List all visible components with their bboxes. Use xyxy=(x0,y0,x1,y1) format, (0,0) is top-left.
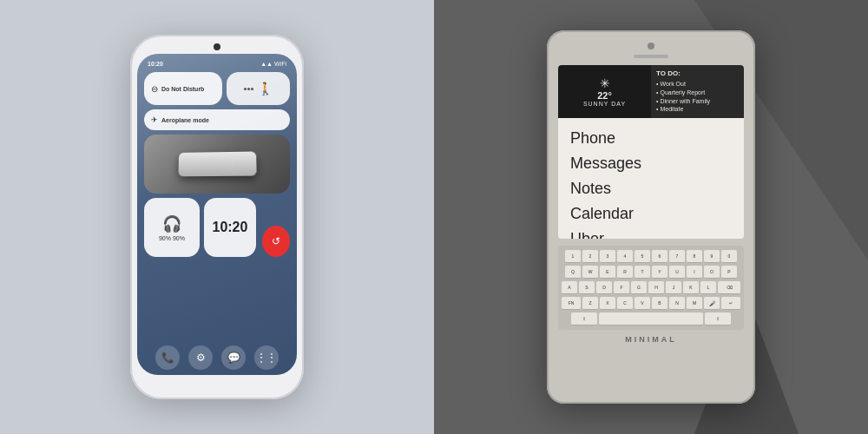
earbuds-icon: 🎧 xyxy=(162,214,181,233)
key-7[interactable]: 7 xyxy=(669,250,685,263)
key-b[interactable]: B xyxy=(652,297,667,310)
airplane-icon: ✈ xyxy=(151,115,158,124)
chrome-dock-icon[interactable]: ⚙ xyxy=(188,345,213,370)
todo-item-4: • Meditate xyxy=(656,105,739,114)
key-e[interactable]: E xyxy=(600,266,615,279)
kbd-row-zxcv: FN Z X C V B N M 🎤 ↵ xyxy=(562,297,740,310)
dnd-icon: ⊖ xyxy=(151,84,158,94)
product-image xyxy=(178,151,256,176)
fab-icon: ↺ xyxy=(272,235,280,247)
key-d[interactable]: D xyxy=(596,281,612,294)
dnd-label: Do Not Disturb xyxy=(161,86,204,92)
key-space[interactable] xyxy=(599,312,703,326)
gesture-widget[interactable]: 🚶 xyxy=(227,72,291,105)
menu-item-notes[interactable]: Notes xyxy=(570,177,732,201)
key-j[interactable]: J xyxy=(666,281,681,294)
key-x[interactable]: X xyxy=(600,297,615,310)
weather-temp: 22° xyxy=(597,90,612,101)
phone-screen: 10:20 ▲▲ WiFi ⊖ Do Not Disturb xyxy=(137,54,297,375)
right-panel: ✳ 22° SUNNY DAY TO DO: • Work Out • Quar… xyxy=(434,0,868,434)
key-backspace[interactable]: ⌫ xyxy=(718,281,740,294)
airplane-label: Aeroplane mode xyxy=(161,117,209,123)
key-c[interactable]: C xyxy=(617,297,633,310)
eink-menu: Phone Messages Notes Calendar Uber xyxy=(558,118,744,239)
key-u[interactable]: U xyxy=(669,266,685,279)
key-r[interactable]: R xyxy=(617,266,633,279)
widget-row-2: ✈ Aeroplane mode xyxy=(144,109,290,130)
key-shift-right[interactable]: ⇧ xyxy=(705,312,731,326)
eink-camera xyxy=(648,43,654,49)
apps-dock-icon[interactable]: ⋮⋮ xyxy=(254,345,279,370)
weather-icon: ✳ xyxy=(600,76,610,90)
key-8[interactable]: 8 xyxy=(687,250,702,263)
dnd-widget[interactable]: ⊖ Do Not Disturb xyxy=(144,72,222,105)
todo-item-3: • Dinner with Family xyxy=(656,97,739,106)
key-s[interactable]: S xyxy=(579,281,595,294)
key-m[interactable]: M xyxy=(687,297,702,310)
key-5[interactable]: 5 xyxy=(635,250,650,263)
earbuds-battery: 90% 90% xyxy=(159,235,185,241)
kbd-row-numbers: 1 2 3 4 5 6 7 8 9 0 xyxy=(562,250,740,263)
menu-item-messages[interactable]: Messages xyxy=(570,152,732,175)
key-i[interactable]: I xyxy=(687,266,702,279)
key-6[interactable]: 6 xyxy=(652,250,667,263)
weather-widget: ✳ 22° SUNNY DAY xyxy=(558,65,651,118)
key-2[interactable]: 2 xyxy=(582,250,598,263)
left-panel: 10:20 ▲▲ WiFi ⊖ Do Not Disturb xyxy=(0,0,434,434)
status-icons: ▲▲ WiFi xyxy=(260,61,286,67)
fab-button[interactable]: ↺ xyxy=(262,226,290,257)
menu-item-calendar[interactable]: Calendar xyxy=(570,202,732,226)
key-p[interactable]: P xyxy=(721,266,737,279)
chat-dock-icon[interactable]: 💬 xyxy=(221,345,246,370)
photo-widget xyxy=(144,135,290,194)
key-g[interactable]: G xyxy=(631,281,647,294)
eink-top-widgets: ✳ 22° SUNNY DAY TO DO: • Work Out • Quar… xyxy=(558,65,744,118)
status-bar: 10:20 ▲▲ WiFi xyxy=(142,59,292,69)
key-3[interactable]: 3 xyxy=(600,250,615,263)
key-q[interactable]: Q xyxy=(565,266,581,279)
key-v[interactable]: V xyxy=(635,297,650,310)
airplane-widget[interactable]: ✈ Aeroplane mode xyxy=(144,109,290,130)
key-0[interactable]: 0 xyxy=(721,250,737,263)
kbd-row-space: ⇧ ⇧ xyxy=(562,312,740,326)
key-z[interactable]: Z xyxy=(582,297,598,310)
eink-phone: ✳ 22° SUNNY DAY TO DO: • Work Out • Quar… xyxy=(547,30,755,404)
widgets-area: ⊖ Do Not Disturb 🚶 xyxy=(142,69,292,340)
earbuds-widget[interactable]: 🎧 90% 90% xyxy=(144,198,200,257)
menu-item-uber[interactable]: Uber xyxy=(570,227,732,239)
key-l[interactable]: L xyxy=(700,281,716,294)
key-y[interactable]: Y xyxy=(652,266,667,279)
key-4[interactable]: 4 xyxy=(617,250,633,263)
key-n[interactable]: N xyxy=(669,297,685,310)
key-9[interactable]: 9 xyxy=(704,250,720,263)
clock-widget: 10:20 xyxy=(204,198,256,257)
todo-item-1: • Work Out xyxy=(656,80,739,89)
android-phone: 10:20 ▲▲ WiFi ⊖ Do Not Disturb xyxy=(130,35,304,399)
key-t[interactable]: T xyxy=(635,266,650,279)
menu-item-phone[interactable]: Phone xyxy=(570,127,732,150)
phone-dock-icon[interactable]: 📞 xyxy=(155,345,180,370)
key-k[interactable]: K xyxy=(683,281,699,294)
wifi-icon: WiFi xyxy=(274,61,286,67)
key-mic[interactable]: 🎤 xyxy=(704,297,720,310)
signal-icon: ▲▲ xyxy=(260,61,273,67)
widget-row-1: ⊖ Do Not Disturb 🚶 xyxy=(144,72,290,105)
kbd-row-asdf: A S D F G H J K L ⌫ xyxy=(562,281,740,294)
eink-screen: ✳ 22° SUNNY DAY TO DO: • Work Out • Quar… xyxy=(558,65,744,239)
todo-item-2: • Quarterly Report xyxy=(656,89,739,97)
status-time: 10:20 xyxy=(148,61,163,67)
key-a[interactable]: A xyxy=(562,281,577,294)
key-shift-left[interactable]: ⇧ xyxy=(571,312,597,326)
key-o[interactable]: O xyxy=(704,266,720,279)
key-enter[interactable]: ↵ xyxy=(721,297,740,310)
key-f[interactable]: F xyxy=(614,281,629,294)
key-h[interactable]: H xyxy=(648,281,664,294)
key-fn[interactable]: FN xyxy=(562,297,581,310)
gesture-indicator: 🚶 xyxy=(244,82,273,95)
todo-title: TO DO: xyxy=(656,69,739,77)
key-1[interactable]: 1 xyxy=(565,250,581,263)
eink-keyboard: 1 2 3 4 5 6 7 8 9 0 Q W E R T Y U I xyxy=(558,246,744,330)
clock-display: 10:20 xyxy=(212,220,247,235)
eink-speaker xyxy=(634,55,668,58)
key-w[interactable]: W xyxy=(582,266,598,279)
